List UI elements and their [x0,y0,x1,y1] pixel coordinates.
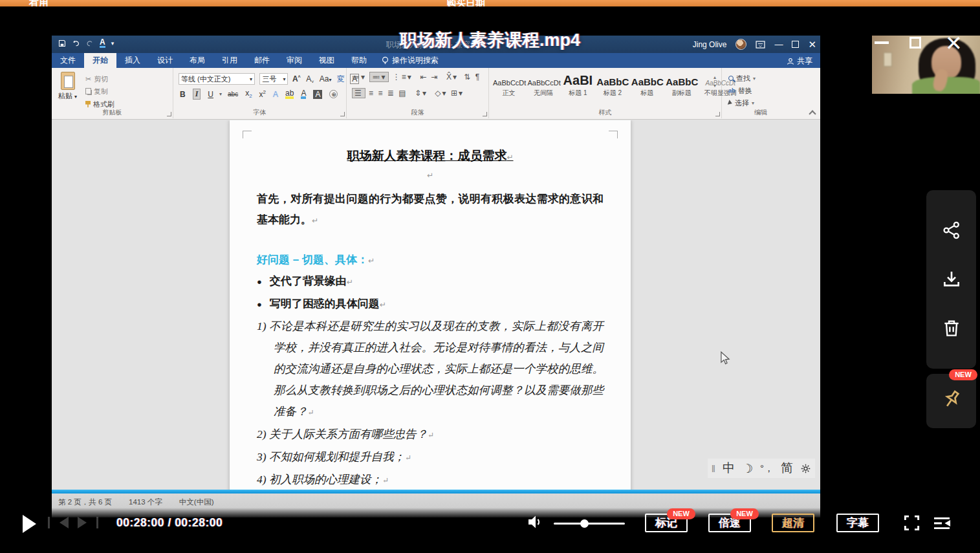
increase-indent-button[interactable]: ⇥ [431,72,439,81]
enclose-characters-button[interactable]: ⊕ [329,90,338,98]
paste-button[interactable]: 粘贴 ▾ [58,72,77,101]
phonetic-guide-button[interactable]: 変 [337,74,345,85]
tab-review[interactable]: 审阅 [278,53,310,68]
style-heading2[interactable]: AaBbC标题 2 [596,76,628,98]
collapse-ribbon-icon[interactable] [809,110,816,117]
find-button[interactable]: 查找▾ [728,73,756,83]
font-name-combo[interactable]: 等线 (中文正文) ▾ [179,73,255,85]
grow-font-button[interactable]: A˄ [292,74,301,83]
style-heading1[interactable]: AaBI标题 1 [562,73,594,98]
subscript-button[interactable]: x2 [245,89,252,99]
style-no-spacing[interactable]: AaBbCcDt无间隔 [527,76,559,98]
strikethrough-button[interactable]: abc [228,91,238,98]
next-icon[interactable] [78,517,87,528]
distribute-button[interactable]: ▤ [398,89,407,98]
align-center-button[interactable]: ≡ [369,89,375,98]
styles-dialog-launcher[interactable] [715,112,720,116]
download-icon[interactable] [941,269,962,290]
tab-mailings[interactable]: 邮件 [246,53,278,68]
font-color-button[interactable]: A [301,90,306,99]
player-close-icon[interactable]: ✕ [945,31,963,56]
asian-layout-button[interactable]: X̂▾ [446,72,458,81]
style-normal[interactable]: AaBbCcDt正文 [493,76,525,98]
tab-design[interactable]: 设计 [149,53,181,68]
ime-settings-gear-icon[interactable] [800,463,811,474]
bullets-button[interactable]: ≔▾ [352,72,366,81]
shading-button[interactable]: ◇▾ [435,89,447,98]
copy-button[interactable]: 复制 [85,86,114,96]
tell-me-box[interactable]: 操作说明搜索 [375,53,445,68]
mouse-cursor [720,351,730,365]
ime-simplified[interactable]: 简 [781,460,793,477]
ime-mode-chinese[interactable]: 中 [723,460,735,477]
tab-references[interactable]: 引用 [213,53,246,68]
change-case-button[interactable]: Aa▾ [320,74,332,83]
bold-button[interactable]: B [180,90,186,99]
status-page-info[interactable]: 第 2 页，共 6 页 [58,497,112,507]
clipboard-dialog-launcher[interactable] [167,112,171,116]
style-subtitle[interactable]: AaBbC副标题 [666,76,697,98]
justify-button[interactable]: ≣ [387,89,395,98]
play-button[interactable] [23,515,36,533]
share-button[interactable]: 共享 [787,56,812,67]
tab-help[interactable]: 帮助 [343,53,375,68]
align-right-button[interactable]: ≡ [378,89,384,98]
side-action-panel [926,190,976,369]
share-person-icon [787,58,794,65]
font-size-combo[interactable]: 三号 ▾ [259,73,288,85]
tab-insert[interactable]: 插入 [116,53,149,68]
player-minimize-icon[interactable] [875,41,889,44]
ime-fullwidth-moon-icon[interactable]: ☽ [742,461,753,476]
text-effects-button[interactable]: A [273,90,278,99]
subtitle-button[interactable]: 字幕 [836,514,879,532]
superscript-button[interactable]: x2 [259,89,266,99]
highlight-button[interactable]: ab [285,90,294,99]
ime-toolbar[interactable]: ‖ 中 ☽ °， 简 [708,459,815,478]
previous-icon[interactable] [60,517,69,528]
tab-view[interactable]: 视图 [310,53,343,68]
page-corner-mark-left [243,131,252,138]
document-area[interactable]: 职场新人素养课程：成员需求↵ ↵ 首先，对所有提出问题的行为都要点赞，说明有积极… [52,120,820,490]
show-marks-button[interactable]: ¶ [475,72,481,81]
fullscreen-icon[interactable] [903,514,920,532]
select-button[interactable]: 选择▾ [728,98,756,108]
volume-slider-knob[interactable] [580,519,589,528]
multilevel-list-button[interactable]: ⋮≡▾ [393,72,413,81]
sort-button[interactable]: ⇅ [464,72,472,81]
numbering-button[interactable]: ≕▾ [369,72,389,82]
ribbon: 粘贴 ▾ ✂剪切 复制 格式刷 剪贴板 等线 (中文正文) ▾ [52,68,820,120]
quality-button[interactable]: 超清 [772,514,814,532]
playlist-icon[interactable] [932,515,952,531]
shrink-font-button[interactable]: A˅ [306,74,314,84]
italic-button[interactable]: I [193,89,201,100]
character-shading-button[interactable]: A [313,90,322,99]
styles-group-label: 样式 [489,108,721,117]
line-spacing-button[interactable]: ⇕▾ [415,89,428,98]
volume-slider[interactable] [554,523,625,525]
pin-icon[interactable] [940,388,963,411]
underline-button[interactable]: U [208,90,213,99]
video-content-word-capture[interactable]: A ▾ 职场新人素养课程 - 兼容模式 Jing Olive — ✕ 文件 开始… [52,36,820,517]
trash-icon[interactable] [941,318,962,339]
status-language[interactable]: 中文(中国) [179,497,214,507]
paragraph-dialog-launcher[interactable] [483,112,487,116]
cut-button[interactable]: ✂剪切 [85,74,114,84]
player-maximize-icon[interactable] [909,37,921,49]
tab-home[interactable]: 开始 [84,53,116,68]
document-page[interactable]: 职场新人素养课程：成员需求↵ ↵ 首先，对所有提出问题的行为都要点赞，说明有积极… [230,120,631,490]
replace-button[interactable]: ab 替换 [728,85,756,96]
volume-icon[interactable] [526,514,544,530]
tab-file[interactable]: 文件 [52,53,84,68]
decrease-indent-button[interactable]: ⇤ [420,72,428,81]
status-word-count[interactable]: 1413 个字 [129,497,162,507]
share-icon[interactable] [941,220,962,241]
prev-next-ghost-buttons[interactable] [60,517,87,528]
align-left-button[interactable]: ☰ [352,88,365,98]
ime-punctuation[interactable]: °， [760,462,774,475]
font-dialog-launcher[interactable] [340,112,345,116]
tab-layout[interactable]: 布局 [181,53,213,68]
style-title[interactable]: AaBbC标题 [631,76,663,98]
ime-handle[interactable]: ‖ [712,463,715,474]
borders-button[interactable]: ⊞▾ [451,89,464,98]
styles-gallery-scroll[interactable]: ▴▾▿ [711,73,719,98]
